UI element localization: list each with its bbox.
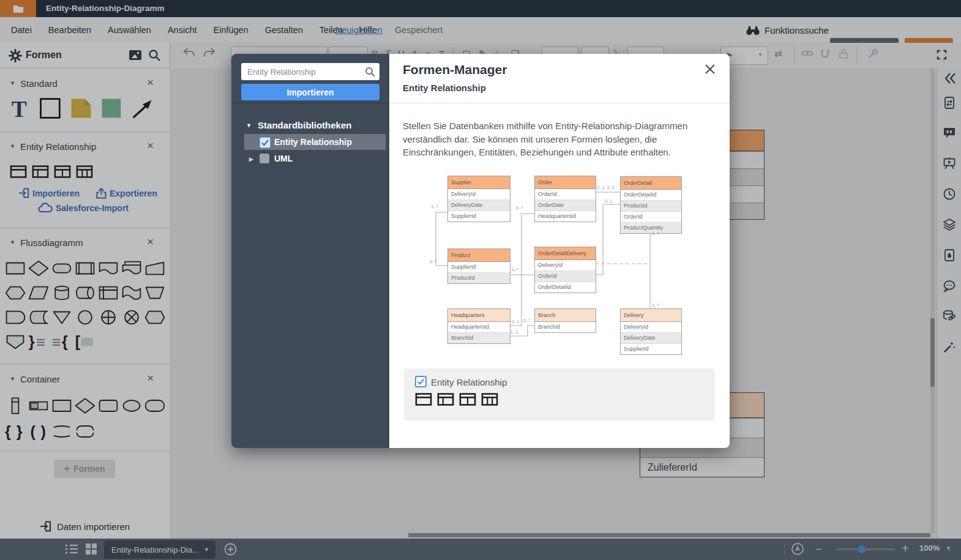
dialog-subtitle: Entity Relationship (403, 83, 486, 93)
preview-table-field: OrderDate (535, 200, 596, 211)
preview-table-branch: BranchBranchId (534, 308, 596, 333)
cardinality-label: 1..1 (512, 319, 520, 324)
shape-table-1col[interactable] (437, 393, 454, 406)
preview-table-field: HeadquartersId (448, 322, 510, 332)
chevron-down-icon: ▼ (246, 122, 252, 129)
cardinality-label: 0..* (516, 205, 523, 211)
preview-table-field: DeliveryId (535, 260, 596, 271)
preview-table-field: SupplierId (448, 211, 510, 222)
preview-table-field: HeadquartersId (535, 211, 596, 222)
preview-table-field: ProductQuantity (621, 222, 681, 233)
shape-table-2col[interactable] (459, 393, 476, 406)
preview-table-title: Product (448, 249, 510, 262)
preview-table-field: OrderId (621, 211, 681, 222)
preview-table-orderdetail: OrderDetailOrderDetailIdProductIdOrderId… (620, 176, 682, 234)
preview-table-field: BranchId (448, 332, 510, 343)
cardinality-label: 1..* (512, 267, 518, 272)
preview-table-title: Order (535, 176, 596, 189)
cardinality-label: 1..* (652, 302, 659, 308)
preview-table-field: DeliveryId (448, 189, 510, 200)
preview-table-delivery: DeliveryDeliveryIdDeliveryDateSupplierId (620, 308, 682, 355)
preview-table-field: DeliveryId (621, 322, 681, 332)
tree-item-label: Entity Relationship (274, 137, 352, 147)
cardinality-label: 0..1 (607, 185, 615, 190)
divider (231, 103, 389, 103)
checkbox-checked[interactable] (260, 137, 271, 148)
dialog-description: Stellen Sie Datenbanken mithilfe von Ent… (403, 119, 712, 159)
library-toggle-box: Entity Relationship (404, 368, 715, 421)
library-import-button[interactable]: Importieren (241, 84, 380, 100)
chevron-right-icon[interactable]: ▶ (249, 156, 253, 162)
cardinality-label: 1..* (431, 204, 438, 209)
tree-root[interactable]: ▼ Standardbibliotheken (246, 120, 351, 130)
preview-table-field: DeliveryDate (448, 200, 510, 211)
preview-table-field: ProductId (448, 272, 510, 283)
preview-table-field: OrderId (535, 271, 596, 282)
divider (389, 103, 730, 103)
dialog-library-panel: Importieren ▼ Standardbibliotheken Entit… (231, 54, 389, 448)
preview-table-product: ProductSupplierIdProductId (447, 248, 510, 284)
library-toggle-label: Entity Relationship (431, 377, 507, 387)
preview-table-title: OrderDetail (621, 177, 681, 190)
tree-root-label: Standardbibliotheken (258, 120, 351, 130)
preview-table-title: Supplier (448, 176, 510, 189)
cardinality-label: 1..* (652, 231, 659, 236)
preview-table-orderdetaildelivery: OrderDetailDeliveryDeliveryIdOrderIdOrde… (534, 247, 596, 293)
preview-table-title: Delivery (621, 309, 681, 322)
checkbox-unchecked[interactable] (260, 154, 269, 163)
preview-table-field: DeliveryDate (621, 332, 681, 343)
tree-item-uml[interactable]: ▶ UML (249, 153, 253, 163)
preview-table-title: OrderDetailDelivery (535, 247, 596, 260)
preview-table-field: SupplierId (621, 343, 681, 354)
shape-manager-dialog: Importieren ▼ Standardbibliotheken Entit… (231, 54, 730, 448)
shape-table-plain[interactable] (415, 393, 432, 406)
preview-table-headquarters: HeadquartersHeadquartersIdBranchId (447, 308, 510, 344)
checkbox-checked[interactable] (415, 376, 427, 387)
preview-table-field: OrderId (535, 189, 596, 200)
preview-table-field: OrderDetailId (621, 190, 681, 200)
preview-table-field: BranchId (535, 322, 596, 332)
preview-table-title: Branch (535, 309, 596, 322)
preview-table-field: OrderDetailId (535, 282, 596, 293)
library-search-input[interactable] (241, 63, 380, 80)
preview-table-field: ProductId (621, 200, 681, 211)
preview-table-supplier: SupplierDeliveryIdDeliveryDateSupplierId (447, 176, 510, 222)
shape-table-3col[interactable] (481, 393, 498, 406)
tree-item-entity-relationship[interactable]: Entity Relationship (244, 134, 386, 150)
search-icon (365, 67, 375, 77)
cardinality-label: 0..1 (605, 198, 613, 204)
cardinality-label: 1..1 (510, 329, 518, 335)
preview-table-order: OrderOrderIdOrderDateHeadquartersId (534, 176, 596, 222)
app-window: Entity-Relationship-Diagramm DateiBearbe… (0, 0, 961, 560)
dialog-title: Formen-Manager (403, 62, 507, 77)
cardinality-label: 1..1 (597, 185, 605, 190)
cardinality-label: 0..* (523, 318, 530, 323)
preview-table-field: SupplierId (448, 262, 510, 272)
tree-item-label: UML (274, 154, 293, 163)
preview-table-title: Headquarters (448, 309, 510, 322)
cardinality-label: 0..* (430, 259, 436, 264)
close-icon[interactable] (704, 63, 717, 77)
